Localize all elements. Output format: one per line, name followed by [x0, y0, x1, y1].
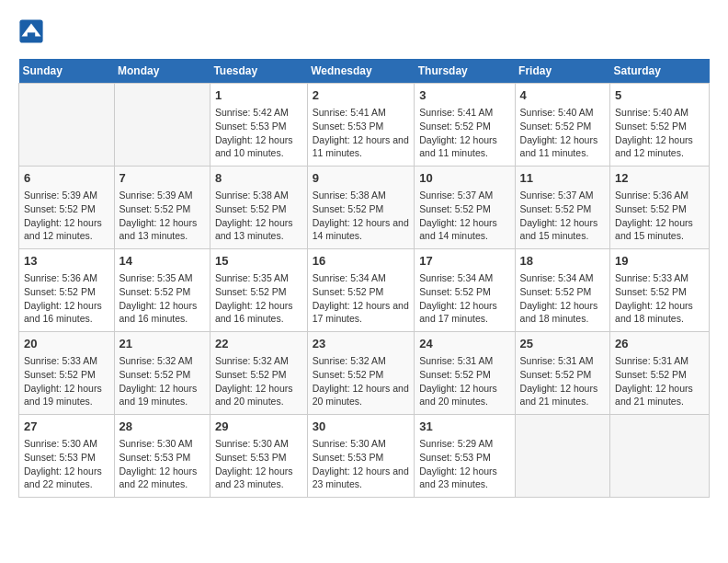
- page-header: [18, 18, 710, 44]
- day-number: 19: [615, 253, 704, 270]
- day-cell: 26 Sunrise: 5:31 AM Sunset: 5:52 PM Dayl…: [610, 332, 710, 415]
- day-info: Sunrise: 5:37 AM Sunset: 5:52 PM Dayligh…: [419, 189, 509, 243]
- day-number: 21: [119, 336, 205, 352]
- day-info: Sunrise: 5:32 AM Sunset: 5:52 PM Dayligh…: [313, 354, 410, 408]
- day-cell: 13 Sunrise: 5:36 AM Sunset: 5:52 PM Dayl…: [19, 249, 115, 332]
- day-number: 16: [313, 253, 410, 270]
- day-cell: 16 Sunrise: 5:34 AM Sunset: 5:52 PM Dayl…: [307, 249, 415, 332]
- day-number: 7: [119, 170, 205, 187]
- day-info: Sunrise: 5:34 AM Sunset: 5:52 PM Dayligh…: [520, 271, 606, 326]
- day-cell: 8 Sunrise: 5:38 AM Sunset: 5:52 PM Dayli…: [210, 167, 307, 249]
- header-cell-tuesday: Tuesday: [210, 59, 307, 84]
- day-number: 10: [419, 170, 509, 187]
- day-info: Sunrise: 5:31 AM Sunset: 5:52 PM Dayligh…: [615, 354, 704, 408]
- day-cell: 7 Sunrise: 5:39 AM Sunset: 5:52 PM Dayli…: [114, 167, 210, 249]
- day-info: Sunrise: 5:35 AM Sunset: 5:52 PM Dayligh…: [215, 271, 302, 326]
- day-number: 5: [615, 87, 704, 104]
- day-cell: 11 Sunrise: 5:37 AM Sunset: 5:52 PM Dayl…: [515, 167, 610, 249]
- day-cell: 24 Sunrise: 5:31 AM Sunset: 5:52 PM Dayl…: [415, 332, 515, 415]
- day-number: 6: [24, 170, 109, 187]
- day-info: Sunrise: 5:30 AM Sunset: 5:53 PM Dayligh…: [119, 437, 205, 491]
- day-number: 20: [24, 336, 109, 352]
- day-info: Sunrise: 5:37 AM Sunset: 5:52 PM Dayligh…: [520, 189, 606, 243]
- day-cell: 30 Sunrise: 5:30 AM Sunset: 5:53 PM Dayl…: [307, 415, 415, 498]
- day-cell: [515, 415, 610, 498]
- day-info: Sunrise: 5:40 AM Sunset: 5:52 PM Dayligh…: [615, 106, 704, 160]
- day-cell: 25 Sunrise: 5:31 AM Sunset: 5:52 PM Dayl…: [515, 332, 610, 415]
- day-info: Sunrise: 5:38 AM Sunset: 5:52 PM Dayligh…: [215, 189, 302, 243]
- day-info: Sunrise: 5:39 AM Sunset: 5:52 PM Dayligh…: [119, 189, 205, 243]
- day-cell: 29 Sunrise: 5:30 AM Sunset: 5:53 PM Dayl…: [210, 415, 307, 498]
- day-number: 17: [419, 253, 509, 270]
- day-number: 11: [520, 170, 606, 187]
- day-cell: [114, 84, 210, 167]
- day-info: Sunrise: 5:30 AM Sunset: 5:53 PM Dayligh…: [24, 437, 109, 491]
- header-cell-wednesday: Wednesday: [307, 59, 415, 84]
- day-cell: 4 Sunrise: 5:40 AM Sunset: 5:52 PM Dayli…: [515, 84, 610, 167]
- day-cell: [610, 415, 710, 498]
- day-number: 22: [215, 336, 302, 352]
- day-cell: 10 Sunrise: 5:37 AM Sunset: 5:52 PM Dayl…: [415, 167, 515, 249]
- day-cell: 23 Sunrise: 5:32 AM Sunset: 5:52 PM Dayl…: [307, 332, 415, 415]
- day-info: Sunrise: 5:31 AM Sunset: 5:52 PM Dayligh…: [419, 354, 509, 408]
- day-cell: 9 Sunrise: 5:38 AM Sunset: 5:52 PM Dayli…: [307, 167, 415, 249]
- header-cell-saturday: Saturday: [610, 59, 710, 84]
- day-number: 28: [119, 419, 205, 435]
- day-info: Sunrise: 5:34 AM Sunset: 5:52 PM Dayligh…: [419, 271, 509, 326]
- week-row-2: 6 Sunrise: 5:39 AM Sunset: 5:52 PM Dayli…: [19, 167, 710, 249]
- day-cell: 5 Sunrise: 5:40 AM Sunset: 5:52 PM Dayli…: [610, 84, 710, 167]
- day-cell: 27 Sunrise: 5:30 AM Sunset: 5:53 PM Dayl…: [19, 415, 115, 498]
- day-info: Sunrise: 5:30 AM Sunset: 5:53 PM Dayligh…: [215, 437, 302, 491]
- header-cell-friday: Friday: [515, 59, 610, 84]
- day-cell: 15 Sunrise: 5:35 AM Sunset: 5:52 PM Dayl…: [210, 249, 307, 332]
- day-cell: 17 Sunrise: 5:34 AM Sunset: 5:52 PM Dayl…: [415, 249, 515, 332]
- day-number: 13: [24, 253, 109, 270]
- day-info: Sunrise: 5:36 AM Sunset: 5:52 PM Dayligh…: [24, 271, 109, 326]
- day-number: 26: [615, 336, 704, 352]
- day-info: Sunrise: 5:31 AM Sunset: 5:52 PM Dayligh…: [520, 354, 606, 408]
- day-cell: [19, 84, 115, 167]
- day-info: Sunrise: 5:34 AM Sunset: 5:52 PM Dayligh…: [313, 271, 410, 326]
- week-row-5: 27 Sunrise: 5:30 AM Sunset: 5:53 PM Dayl…: [19, 415, 710, 498]
- day-cell: 22 Sunrise: 5:32 AM Sunset: 5:52 PM Dayl…: [210, 332, 307, 415]
- header-cell-thursday: Thursday: [415, 59, 515, 84]
- day-info: Sunrise: 5:33 AM Sunset: 5:52 PM Dayligh…: [24, 354, 109, 408]
- day-number: 31: [419, 419, 509, 435]
- day-number: 25: [520, 336, 606, 352]
- day-info: Sunrise: 5:30 AM Sunset: 5:53 PM Dayligh…: [313, 437, 410, 491]
- day-number: 27: [24, 419, 109, 435]
- calendar-table: SundayMondayTuesdayWednesdayThursdayFrid…: [18, 59, 710, 498]
- day-number: 30: [313, 419, 410, 435]
- day-info: Sunrise: 5:40 AM Sunset: 5:52 PM Dayligh…: [520, 106, 606, 160]
- day-info: Sunrise: 5:32 AM Sunset: 5:52 PM Dayligh…: [215, 354, 302, 408]
- day-cell: 28 Sunrise: 5:30 AM Sunset: 5:53 PM Dayl…: [114, 415, 210, 498]
- day-info: Sunrise: 5:35 AM Sunset: 5:52 PM Dayligh…: [119, 271, 205, 326]
- day-number: 14: [119, 253, 205, 270]
- day-number: 15: [215, 253, 302, 270]
- day-cell: 21 Sunrise: 5:32 AM Sunset: 5:52 PM Dayl…: [114, 332, 210, 415]
- week-row-1: 1 Sunrise: 5:42 AM Sunset: 5:53 PM Dayli…: [19, 84, 710, 167]
- day-cell: 3 Sunrise: 5:41 AM Sunset: 5:52 PM Dayli…: [415, 84, 515, 167]
- day-info: Sunrise: 5:41 AM Sunset: 5:52 PM Dayligh…: [419, 106, 509, 160]
- day-info: Sunrise: 5:36 AM Sunset: 5:52 PM Dayligh…: [615, 189, 704, 243]
- day-info: Sunrise: 5:33 AM Sunset: 5:52 PM Dayligh…: [615, 271, 704, 326]
- day-info: Sunrise: 5:38 AM Sunset: 5:52 PM Dayligh…: [313, 189, 410, 243]
- day-cell: 31 Sunrise: 5:29 AM Sunset: 5:53 PM Dayl…: [415, 415, 515, 498]
- day-number: 29: [215, 419, 302, 435]
- day-cell: 20 Sunrise: 5:33 AM Sunset: 5:52 PM Dayl…: [19, 332, 115, 415]
- day-cell: 12 Sunrise: 5:36 AM Sunset: 5:52 PM Dayl…: [610, 167, 710, 249]
- day-number: 9: [313, 170, 410, 187]
- day-cell: 2 Sunrise: 5:41 AM Sunset: 5:53 PM Dayli…: [307, 84, 415, 167]
- svg-rect-2: [28, 32, 35, 38]
- day-cell: 1 Sunrise: 5:42 AM Sunset: 5:53 PM Dayli…: [210, 84, 307, 167]
- day-info: Sunrise: 5:39 AM Sunset: 5:52 PM Dayligh…: [24, 189, 109, 243]
- day-number: 12: [615, 170, 704, 187]
- day-number: 8: [215, 170, 302, 187]
- day-number: 3: [419, 87, 509, 104]
- day-number: 24: [419, 336, 509, 352]
- header-row: SundayMondayTuesdayWednesdayThursdayFrid…: [19, 59, 710, 84]
- week-row-3: 13 Sunrise: 5:36 AM Sunset: 5:52 PM Dayl…: [19, 249, 710, 332]
- day-number: 18: [520, 253, 606, 270]
- day-cell: 6 Sunrise: 5:39 AM Sunset: 5:52 PM Dayli…: [19, 167, 115, 249]
- logo: [18, 18, 48, 44]
